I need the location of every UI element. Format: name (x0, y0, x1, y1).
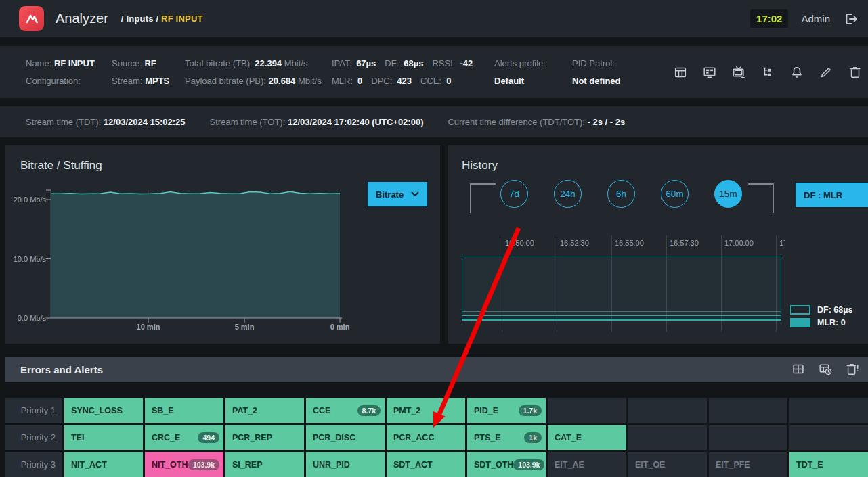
top-bar: Analyzer / Inputs / RF INPUT 17:02 Admin (0, 0, 868, 37)
history-panel-title: History (462, 159, 498, 173)
structure-tree-icon[interactable] (760, 65, 775, 80)
error-cell-tei[interactable]: TEI (64, 425, 143, 450)
error-cell-label: SYNC_LOSS (71, 406, 123, 415)
legend-swatch-filled (790, 318, 810, 327)
alerts-profile-label: Alerts profile: (494, 58, 546, 68)
error-cell-tdt_e[interactable]: TDT_E (789, 452, 868, 477)
error-cell-label: PCR_REP (232, 433, 272, 442)
error-cell-label: TDT_E (796, 460, 823, 470)
error-cell-label: SDT_OTH (474, 460, 513, 470)
error-cell-cce[interactable]: CCE8.7k (306, 398, 385, 423)
total-bitrate-value: 22.394 (255, 58, 282, 68)
legend-row: DF: 68µs (790, 305, 852, 315)
mlr-value: 0 (357, 76, 362, 86)
error-cell-pid_e[interactable]: PID_E1.7k (467, 398, 546, 423)
error-cell-crc_e[interactable]: CRC_E494 (145, 425, 223, 450)
alerts-profile-value[interactable]: Default (494, 76, 524, 86)
errors-grid: Priority 1SYNC_LOSSSB_EPAT_2CCE8.7kPMT_2… (5, 398, 868, 477)
breadcrumb-path[interactable]: / Inputs / (121, 14, 158, 24)
bitrate-y-tick: 0.0 Mb/s (5, 314, 46, 322)
error-cell-eit_ae[interactable]: EIT_AE (548, 452, 626, 477)
error-cell-sdt_act[interactable]: SDT_ACT (387, 452, 465, 477)
error-cell-si_rep[interactable]: SI_REP (225, 452, 304, 477)
stream-time-tot: Stream time (TOT): 12/03/2024 17:02:40 (… (210, 117, 424, 127)
history-panel: History 7d24h6h60m15m DF : MLR 16:50:001… (448, 145, 868, 344)
bitrate-mode-dropdown[interactable]: Bitrate (368, 182, 427, 206)
error-cell-empty (709, 398, 787, 423)
error-cell-nit_oth[interactable]: NIT_OTH103.9k (145, 452, 223, 477)
error-cell-sdt_oth[interactable]: SDT_OTH103.9k (467, 452, 546, 477)
error-cell-pcr_acc[interactable]: PCR_ACC (387, 425, 465, 450)
history-range-button-6h[interactable]: 6h (607, 180, 635, 208)
source-label: Source: (112, 58, 142, 68)
ipat-label: IPAT: (332, 58, 351, 68)
tv-icon[interactable] (731, 65, 746, 80)
history-time-tick: 16:50:00 (505, 239, 534, 247)
history-time-tick: 17:00:00 (724, 239, 754, 247)
logout-icon[interactable] (843, 11, 859, 27)
bitrate-stuffing-panel: Bitrate / Stuffing 20.0 Mb/s10.0 Mb/s0.0… (5, 145, 440, 344)
clock: 17:02 (750, 9, 788, 28)
tdt-value: 12/03/2024 15:02:25 (104, 117, 186, 127)
error-cell-label: SDT_ACT (393, 460, 433, 470)
pid-patrol-label: PID Patrol: (572, 58, 615, 68)
history-range-button-60m[interactable]: 60m (661, 180, 689, 208)
edit-pencil-icon[interactable] (819, 65, 833, 80)
analyzer-app: Analyzer / Inputs / RF INPUT 17:02 Admin… (0, 0, 868, 477)
error-cell-sb_e[interactable]: SB_E (145, 398, 223, 423)
error-cell-eit_oe[interactable]: EIT_OE (628, 452, 707, 477)
dpc-label: DPC: (371, 76, 392, 86)
error-cell-cat_e[interactable]: CAT_E (548, 425, 626, 450)
error-cell-label: NIT_ACT (71, 460, 107, 470)
bitrate-y-tick: 20.0 Mb/s (5, 196, 46, 204)
history-time-tick: 17: (779, 239, 785, 247)
name-label: Name: (26, 58, 51, 68)
pid-patrol-value[interactable]: Not defined (572, 76, 621, 86)
input-toolbar (673, 65, 863, 80)
history-range-button-15m[interactable]: 15m (714, 180, 742, 208)
history-legend: DF: 68µsMLR: 0 (790, 305, 852, 327)
history-mlr-series (462, 319, 781, 321)
error-cell-pcr_disc[interactable]: PCR_DISC (306, 425, 385, 450)
error-cell-empty (548, 398, 626, 423)
error-cell-pat_2[interactable]: PAT_2 (225, 398, 304, 423)
df-label: DF: (385, 58, 399, 68)
error-cell-pmt_2[interactable]: PMT_2 (387, 398, 465, 423)
error-cell-sync_loss[interactable]: SYNC_LOSS (64, 398, 143, 423)
ipat-value: 67µs (356, 58, 376, 68)
error-cell-pts_e[interactable]: PTS_E1k (467, 425, 546, 450)
source-value: RF (144, 58, 156, 68)
bitrate-area-series (51, 191, 340, 318)
user-name[interactable]: Admin (801, 13, 830, 24)
clear-errors-trash-icon[interactable] (845, 362, 860, 377)
stream-value: MPTS (145, 76, 169, 86)
error-cell-unr_pid[interactable]: UNR_PID (306, 452, 385, 477)
legend-swatch-outline (790, 305, 810, 315)
history-time-tick: 16:52:30 (560, 239, 589, 247)
payload-bitrate-value: 20.684 (269, 76, 296, 86)
metrics-column: IPAT:67µsDF:68µsRSSI:-42 MLR:0DPC:423CCE… (332, 55, 481, 90)
rssi-value: -42 (460, 58, 473, 68)
time-difference: Current time difference (TDT/TOT): - 2s … (448, 117, 625, 127)
bitrate-x-tick: 10 min (137, 323, 160, 331)
error-cell-empty (628, 398, 707, 423)
history-range-button-7d[interactable]: 7d (500, 180, 528, 208)
error-cell-empty (709, 425, 787, 450)
mosaic-icon[interactable] (702, 65, 717, 80)
app-logo-icon[interactable] (19, 6, 44, 31)
errors-toolbar (791, 362, 860, 377)
error-cell-label: NIT_OTH (152, 460, 188, 470)
history-range-button-24h[interactable]: 24h (554, 180, 582, 208)
source-stream-column: Source: RF Stream: MPTS (112, 55, 169, 90)
error-cell-nit_act[interactable]: NIT_ACT (64, 452, 143, 477)
delete-trash-icon[interactable] (848, 65, 863, 80)
error-cell-eit_pfe[interactable]: EIT_PFE (709, 452, 787, 477)
notifications-bell-icon[interactable] (789, 65, 804, 80)
error-cell-pcr_rep[interactable]: PCR_REP (225, 425, 304, 450)
priority-row-label: Priority 1 (5, 398, 62, 423)
history-metric-dropdown[interactable]: DF : MLR (796, 183, 868, 207)
layout-table-icon[interactable] (673, 65, 688, 80)
grid-view-icon[interactable] (791, 362, 806, 377)
error-cell-empty (789, 398, 868, 423)
report-history-icon[interactable] (818, 362, 833, 377)
